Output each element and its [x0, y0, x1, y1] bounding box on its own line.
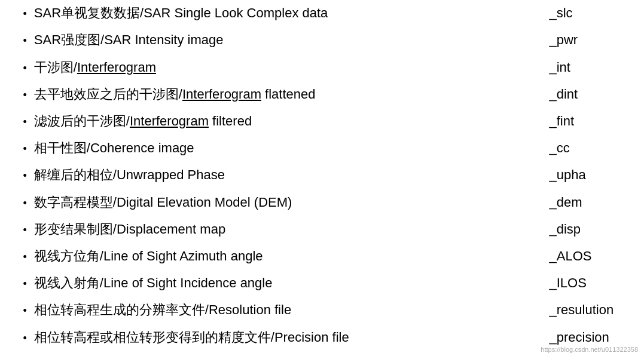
list-item: •相位转高程生成的分辨率文件/Resolution file_resulutio… — [23, 299, 621, 320]
item-label: 形变结果制图/Displacement map — [34, 219, 526, 240]
bullet-icon: • — [23, 167, 27, 185]
item-code: _fint — [526, 111, 621, 131]
item-code: _disp — [526, 219, 621, 240]
bullet-icon: • — [23, 87, 27, 104]
bullet-icon: • — [23, 248, 27, 266]
bullet-icon: • — [23, 5, 27, 23]
item-label: 相干性图/Coherence image — [34, 137, 526, 158]
bullet-icon: • — [23, 330, 27, 347]
list-item: •形变结果制图/Displacement map_disp — [23, 219, 621, 240]
list-item: •数字高程模型/Digital Elevation Model (DEM)_de… — [23, 192, 621, 213]
bullet-icon: • — [23, 60, 27, 77]
item-label: 视线方位角/Line of Sight Azimuth angle — [34, 245, 526, 266]
bullet-icon: • — [23, 222, 27, 239]
bullet-icon: • — [23, 140, 27, 158]
list-item: •滤波后的干涉图/Interferogram filtered_fint — [23, 111, 621, 131]
watermark: https://blog.csdn.net/u011322358 — [541, 346, 638, 353]
item-code: _ILOS — [526, 272, 621, 293]
list-item: •SAR单视复数数据/SAR Single Look Complex data_… — [23, 2, 621, 23]
item-label: 视线入射角/Line of Sight Incidence angle — [34, 272, 526, 293]
item-code: _precision — [526, 327, 621, 348]
item-label: 解缠后的相位/Unwrapped Phase — [34, 164, 526, 185]
item-code: _ALOS — [526, 245, 621, 266]
item-code: _dem — [526, 192, 621, 213]
item-label: 滤波后的干涉图/Interferogram filtered — [34, 111, 526, 131]
item-code: _slc — [526, 2, 621, 23]
list-item: •去平地效应之后的干涉图/Interferogram flattened_din… — [23, 84, 621, 105]
item-code: _upha — [526, 164, 621, 185]
list-item: •相干性图/Coherence image_cc — [23, 137, 621, 158]
bullet-icon: • — [23, 302, 27, 320]
item-code: _cc — [526, 137, 621, 158]
item-code: _resulution — [526, 299, 621, 320]
list-item: •视线方位角/Line of Sight Azimuth angle_ALOS — [23, 245, 621, 266]
item-label: SAR单视复数数据/SAR Single Look Complex data — [34, 2, 526, 23]
list-item: •视线入射角/Line of Sight Incidence angle_ILO… — [23, 272, 621, 293]
list-item: •相位转高程或相位转形变得到的精度文件/Precision file_preci… — [23, 327, 621, 348]
item-label: 去平地效应之后的干涉图/Interferogram flattened — [34, 84, 526, 105]
item-label: SAR强度图/SAR Intensity image — [34, 29, 526, 50]
bullet-icon: • — [23, 32, 27, 50]
bullet-icon: • — [23, 113, 27, 131]
item-code: _dint — [526, 84, 621, 105]
list-item: •SAR强度图/SAR Intensity image_pwr — [23, 29, 621, 50]
main-content: •SAR单视复数数据/SAR Single Look Complex data_… — [5, 0, 639, 356]
item-label: 相位转高程生成的分辨率文件/Resolution file — [34, 299, 526, 320]
data-list: •SAR单视复数数据/SAR Single Look Complex data_… — [23, 2, 621, 347]
item-label: 数字高程模型/Digital Elevation Model (DEM) — [34, 192, 526, 213]
item-code: _int — [526, 57, 621, 78]
item-label: 相位转高程或相位转形变得到的精度文件/Precision file — [34, 327, 526, 348]
bullet-icon: • — [23, 195, 27, 212]
bullet-icon: • — [23, 275, 27, 293]
list-item: •解缠后的相位/Unwrapped Phase_upha — [23, 164, 621, 185]
list-item: •干涉图/Interferogram_int — [23, 57, 621, 78]
item-label: 干涉图/Interferogram — [34, 57, 526, 78]
item-code: _pwr — [526, 29, 621, 50]
